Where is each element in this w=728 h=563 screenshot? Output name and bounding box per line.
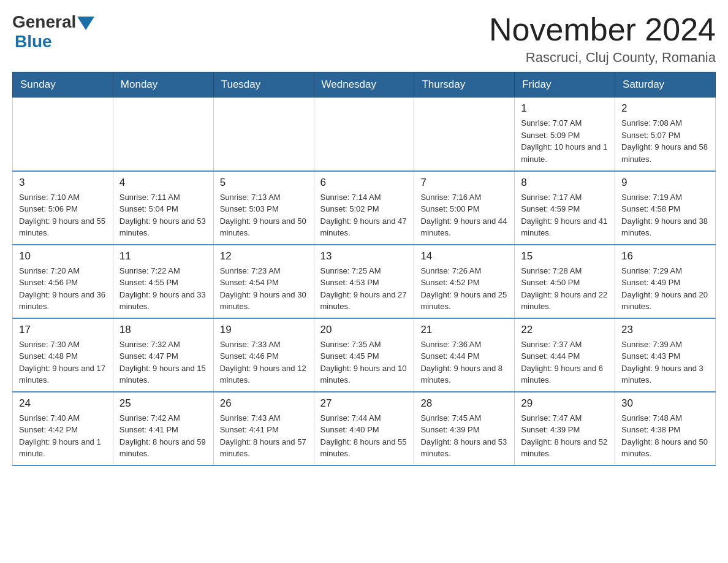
day-info: Sunrise: 7:14 AMSunset: 5:02 PMDaylight:… bbox=[320, 191, 408, 239]
day-number: 16 bbox=[621, 250, 709, 262]
day-info: Sunrise: 7:39 AMSunset: 4:43 PMDaylight:… bbox=[621, 339, 709, 386]
logo-blue: Blue bbox=[15, 32, 52, 52]
calendar-cell: 12Sunrise: 7:23 AMSunset: 4:54 PMDayligh… bbox=[213, 245, 314, 318]
day-info: Sunrise: 7:08 AMSunset: 5:07 PMDaylight:… bbox=[621, 117, 709, 165]
day-number: 20 bbox=[320, 324, 408, 336]
day-info: Sunrise: 7:07 AMSunset: 5:09 PMDaylight:… bbox=[521, 117, 609, 165]
day-number: 26 bbox=[220, 397, 308, 410]
calendar-cell: 29Sunrise: 7:47 AMSunset: 4:39 PMDayligh… bbox=[515, 392, 615, 465]
day-info: Sunrise: 7:43 AMSunset: 4:41 PMDaylight:… bbox=[220, 412, 308, 460]
calendar-week-row: 3Sunrise: 7:10 AMSunset: 5:06 PMDaylight… bbox=[13, 171, 716, 245]
page-subtitle: Rascruci, Cluj County, Romania bbox=[489, 50, 716, 66]
calendar-cell: 16Sunrise: 7:29 AMSunset: 4:49 PMDayligh… bbox=[615, 245, 716, 318]
calendar-cell: 27Sunrise: 7:44 AMSunset: 4:40 PMDayligh… bbox=[314, 392, 414, 465]
calendar-cell: 30Sunrise: 7:48 AMSunset: 4:38 PMDayligh… bbox=[615, 392, 716, 465]
day-number: 24 bbox=[19, 397, 107, 410]
day-number: 8 bbox=[521, 177, 609, 189]
day-info: Sunrise: 7:20 AMSunset: 4:56 PMDaylight:… bbox=[19, 265, 107, 313]
calendar-day-header: Wednesday bbox=[314, 72, 414, 98]
day-info: Sunrise: 7:29 AMSunset: 4:49 PMDaylight:… bbox=[621, 265, 709, 313]
day-number: 18 bbox=[119, 324, 207, 336]
day-info: Sunrise: 7:30 AMSunset: 4:48 PMDaylight:… bbox=[19, 339, 107, 386]
calendar-cell: 20Sunrise: 7:35 AMSunset: 4:45 PMDayligh… bbox=[314, 318, 414, 392]
calendar-cell: 17Sunrise: 7:30 AMSunset: 4:48 PMDayligh… bbox=[13, 318, 113, 392]
calendar-header-row: SundayMondayTuesdayWednesdayThursdayFrid… bbox=[13, 72, 716, 98]
calendar-cell: 2Sunrise: 7:08 AMSunset: 5:07 PMDaylight… bbox=[615, 98, 716, 171]
calendar-cell: 15Sunrise: 7:28 AMSunset: 4:50 PMDayligh… bbox=[515, 245, 615, 318]
day-info: Sunrise: 7:37 AMSunset: 4:44 PMDaylight:… bbox=[521, 339, 609, 386]
day-number: 30 bbox=[621, 397, 709, 410]
calendar-cell: 24Sunrise: 7:40 AMSunset: 4:42 PMDayligh… bbox=[13, 392, 113, 465]
calendar-cell: 13Sunrise: 7:25 AMSunset: 4:53 PMDayligh… bbox=[314, 245, 414, 318]
calendar-week-row: 24Sunrise: 7:40 AMSunset: 4:42 PMDayligh… bbox=[13, 392, 716, 465]
calendar-day-header: Sunday bbox=[13, 72, 113, 98]
calendar-day-header: Thursday bbox=[414, 72, 515, 98]
calendar-week-row: 10Sunrise: 7:20 AMSunset: 4:56 PMDayligh… bbox=[13, 245, 716, 318]
day-number: 3 bbox=[19, 177, 107, 189]
calendar-cell: 14Sunrise: 7:26 AMSunset: 4:52 PMDayligh… bbox=[414, 245, 515, 318]
calendar-day-header: Saturday bbox=[615, 72, 716, 98]
day-info: Sunrise: 7:35 AMSunset: 4:45 PMDaylight:… bbox=[320, 339, 408, 386]
day-info: Sunrise: 7:44 AMSunset: 4:40 PMDaylight:… bbox=[320, 412, 408, 460]
svg-marker-0 bbox=[77, 17, 94, 30]
page-header: General Blue November 2024 Rascruci, Clu… bbox=[12, 12, 716, 66]
calendar-cell bbox=[314, 98, 414, 171]
calendar-cell: 26Sunrise: 7:43 AMSunset: 4:41 PMDayligh… bbox=[213, 392, 314, 465]
day-info: Sunrise: 7:25 AMSunset: 4:53 PMDaylight:… bbox=[320, 265, 408, 313]
calendar-cell: 1Sunrise: 7:07 AMSunset: 5:09 PMDaylight… bbox=[515, 98, 615, 171]
calendar-cell: 10Sunrise: 7:20 AMSunset: 4:56 PMDayligh… bbox=[13, 245, 113, 318]
day-number: 11 bbox=[119, 250, 207, 262]
day-info: Sunrise: 7:17 AMSunset: 4:59 PMDaylight:… bbox=[521, 191, 609, 239]
day-number: 28 bbox=[420, 397, 508, 410]
day-info: Sunrise: 7:33 AMSunset: 4:46 PMDaylight:… bbox=[220, 339, 308, 386]
logo: General Blue bbox=[12, 12, 94, 52]
day-number: 9 bbox=[621, 177, 709, 189]
day-number: 12 bbox=[220, 250, 308, 262]
day-number: 23 bbox=[621, 324, 709, 336]
day-info: Sunrise: 7:45 AMSunset: 4:39 PMDaylight:… bbox=[420, 412, 508, 460]
calendar-cell: 6Sunrise: 7:14 AMSunset: 5:02 PMDaylight… bbox=[314, 171, 414, 245]
calendar-cell: 5Sunrise: 7:13 AMSunset: 5:03 PMDaylight… bbox=[213, 171, 314, 245]
day-number: 2 bbox=[621, 102, 709, 115]
day-number: 22 bbox=[521, 324, 609, 336]
day-number: 10 bbox=[19, 250, 107, 262]
title-section: November 2024 Rascruci, Cluj County, Rom… bbox=[489, 12, 716, 66]
day-info: Sunrise: 7:40 AMSunset: 4:42 PMDaylight:… bbox=[19, 412, 107, 460]
day-info: Sunrise: 7:26 AMSunset: 4:52 PMDaylight:… bbox=[420, 265, 508, 313]
page-title: November 2024 bbox=[489, 12, 716, 47]
day-number: 14 bbox=[420, 250, 508, 262]
day-number: 4 bbox=[119, 177, 207, 189]
calendar-cell: 25Sunrise: 7:42 AMSunset: 4:41 PMDayligh… bbox=[113, 392, 213, 465]
calendar-cell: 18Sunrise: 7:32 AMSunset: 4:47 PMDayligh… bbox=[113, 318, 213, 392]
calendar-cell bbox=[213, 98, 314, 171]
calendar-cell: 23Sunrise: 7:39 AMSunset: 4:43 PMDayligh… bbox=[615, 318, 716, 392]
calendar-week-row: 1Sunrise: 7:07 AMSunset: 5:09 PMDaylight… bbox=[13, 98, 716, 171]
day-info: Sunrise: 7:19 AMSunset: 4:58 PMDaylight:… bbox=[621, 191, 709, 239]
day-number: 21 bbox=[420, 324, 508, 336]
day-info: Sunrise: 7:11 AMSunset: 5:04 PMDaylight:… bbox=[119, 191, 207, 239]
logo-triangle-icon bbox=[77, 17, 94, 30]
day-info: Sunrise: 7:23 AMSunset: 4:54 PMDaylight:… bbox=[220, 265, 308, 313]
day-info: Sunrise: 7:47 AMSunset: 4:39 PMDaylight:… bbox=[521, 412, 609, 460]
calendar-cell: 8Sunrise: 7:17 AMSunset: 4:59 PMDaylight… bbox=[515, 171, 615, 245]
day-number: 15 bbox=[521, 250, 609, 262]
day-info: Sunrise: 7:42 AMSunset: 4:41 PMDaylight:… bbox=[119, 412, 207, 460]
day-info: Sunrise: 7:28 AMSunset: 4:50 PMDaylight:… bbox=[521, 265, 609, 313]
day-info: Sunrise: 7:16 AMSunset: 5:00 PMDaylight:… bbox=[420, 191, 508, 239]
calendar-cell: 11Sunrise: 7:22 AMSunset: 4:55 PMDayligh… bbox=[113, 245, 213, 318]
calendar-day-header: Monday bbox=[113, 72, 213, 98]
day-info: Sunrise: 7:22 AMSunset: 4:55 PMDaylight:… bbox=[119, 265, 207, 313]
day-number: 25 bbox=[119, 397, 207, 410]
calendar-day-header: Tuesday bbox=[213, 72, 314, 98]
calendar-cell bbox=[113, 98, 213, 171]
calendar-cell: 9Sunrise: 7:19 AMSunset: 4:58 PMDaylight… bbox=[615, 171, 716, 245]
calendar-week-row: 17Sunrise: 7:30 AMSunset: 4:48 PMDayligh… bbox=[13, 318, 716, 392]
day-info: Sunrise: 7:48 AMSunset: 4:38 PMDaylight:… bbox=[621, 412, 709, 460]
calendar-cell: 28Sunrise: 7:45 AMSunset: 4:39 PMDayligh… bbox=[414, 392, 515, 465]
day-number: 29 bbox=[521, 397, 609, 410]
calendar-table: SundayMondayTuesdayWednesdayThursdayFrid… bbox=[12, 72, 716, 466]
calendar-cell: 21Sunrise: 7:36 AMSunset: 4:44 PMDayligh… bbox=[414, 318, 515, 392]
day-number: 5 bbox=[220, 177, 308, 189]
day-number: 13 bbox=[320, 250, 408, 262]
logo-general: General bbox=[12, 12, 76, 32]
